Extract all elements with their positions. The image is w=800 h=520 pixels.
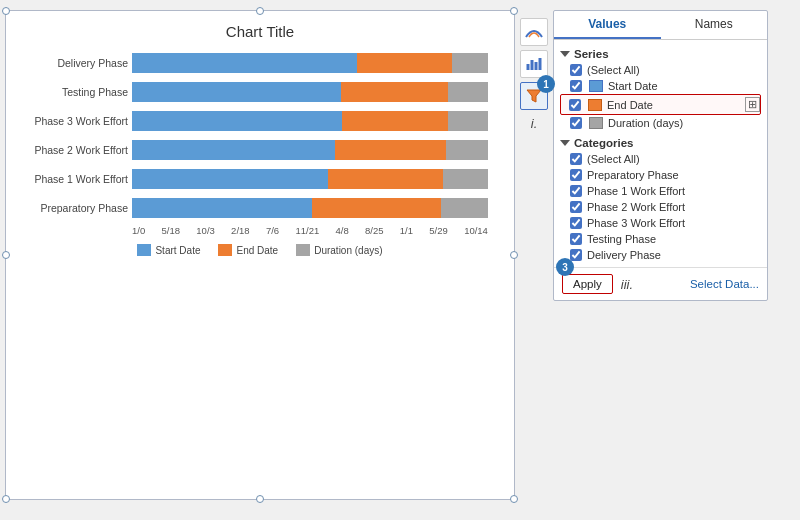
handle-tr[interactable] [510, 7, 518, 15]
handle-tm[interactable] [256, 7, 264, 15]
filters-button[interactable]: 1 [520, 82, 548, 110]
category-checkbox[interactable] [570, 185, 582, 197]
series-checkbox[interactable] [569, 99, 581, 111]
chart-area: Chart Title Delivery Phase Testing Phase… [5, 10, 515, 500]
category-checkbox[interactable] [570, 233, 582, 245]
xaxis-label: 8/25 [365, 225, 384, 236]
category-checkbox[interactable] [570, 169, 582, 181]
chart-title: Chart Title [22, 23, 498, 40]
category-label: (Select All) [587, 153, 640, 165]
series-checkbox[interactable] [570, 80, 582, 92]
bar-row: Phase 2 Work Effort [132, 139, 488, 161]
seg-blue [132, 198, 312, 218]
xaxis-label: 11/21 [295, 225, 319, 236]
category-checkbox[interactable] [570, 201, 582, 213]
series-checkbox[interactable] [570, 117, 582, 129]
apply-button[interactable]: Apply [562, 274, 613, 294]
categories-list: (Select All) Preparatory Phase Phase 1 W… [560, 151, 761, 263]
categories-section-header: Categories [560, 137, 761, 149]
category-row[interactable]: (Select All) [560, 151, 761, 167]
styles-button[interactable] [520, 50, 548, 78]
tab-values[interactable]: Values [554, 11, 661, 39]
bars-container: Delivery Phase Testing Phase Phase 3 Wor… [132, 52, 488, 219]
seg-orange [335, 140, 445, 160]
series-row[interactable]: (Select All) [560, 62, 761, 78]
seg-blue [132, 82, 341, 102]
bar-label: Phase 2 Work Effort [20, 144, 128, 156]
seg-blue [132, 111, 342, 131]
chart-legend: Start Date End Date Duration (days) [22, 244, 498, 256]
handle-bl[interactable] [2, 495, 10, 503]
series-checkbox[interactable] [570, 64, 582, 76]
x-axis: 1/05/1810/32/187/611/214/88/251/15/2910/… [132, 225, 488, 236]
category-row[interactable]: Preparatory Phase [560, 167, 761, 183]
category-label: Phase 1 Work Effort [587, 185, 685, 197]
seg-orange [341, 82, 447, 102]
category-checkbox[interactable] [570, 153, 582, 165]
svg-marker-4 [527, 90, 541, 102]
handle-mr[interactable] [510, 251, 518, 259]
series-color-icon [589, 117, 603, 129]
series-row[interactable]: Duration (days) [560, 115, 761, 131]
seg-blue [132, 53, 357, 73]
category-label: Testing Phase [587, 233, 656, 245]
xaxis-label: 2/18 [231, 225, 250, 236]
legend-item: End Date [218, 244, 278, 256]
bar-label: Phase 3 Work Effort [20, 115, 128, 127]
series-row[interactable]: End Date ⊞ [560, 94, 761, 115]
category-row[interactable]: Delivery Phase [560, 247, 761, 263]
category-checkbox[interactable] [570, 249, 582, 261]
seg-orange [328, 169, 444, 189]
series-row[interactable]: Start Date [560, 78, 761, 94]
handle-ml[interactable] [2, 251, 10, 259]
seg-blue [132, 140, 335, 160]
bar-label: Phase 1 Work Effort [20, 173, 128, 185]
legend-item: Duration (days) [296, 244, 382, 256]
bar-track [132, 53, 488, 73]
legend-item: Start Date [137, 244, 200, 256]
layout-button[interactable] [520, 18, 548, 46]
series-label: Start Date [608, 80, 658, 92]
category-row[interactable]: Phase 3 Work Effort [560, 215, 761, 231]
series-collapse-icon[interactable] [560, 51, 570, 57]
seg-orange [357, 53, 451, 73]
handle-tl[interactable] [2, 7, 10, 15]
db-icon: ⊞ [745, 97, 760, 112]
bar-track [132, 82, 488, 102]
seg-gray [441, 198, 488, 218]
bar-row: Preparatory Phase [132, 197, 488, 219]
select-data-link[interactable]: Select Data... [690, 278, 759, 290]
categories-section-label: Categories [574, 137, 633, 149]
series-color-icon [589, 80, 603, 92]
series-section-header: Series [560, 48, 761, 60]
category-label: Delivery Phase [587, 249, 661, 261]
category-row[interactable]: Testing Phase [560, 231, 761, 247]
bar-label: Preparatory Phase [20, 202, 128, 214]
xaxis-label: 5/29 [429, 225, 448, 236]
bar-row: Phase 1 Work Effort [132, 168, 488, 190]
label-i: i. [531, 116, 538, 131]
series-label: End Date [607, 99, 653, 111]
category-row[interactable]: Phase 2 Work Effort [560, 199, 761, 215]
xaxis-label: 4/8 [336, 225, 349, 236]
xaxis-label: 1/1 [400, 225, 413, 236]
xaxis-label: 7/6 [266, 225, 279, 236]
category-row[interactable]: Phase 1 Work Effort [560, 183, 761, 199]
category-checkbox[interactable] [570, 217, 582, 229]
handle-br[interactable] [510, 495, 518, 503]
bar-label: Delivery Phase [20, 57, 128, 69]
seg-orange [312, 198, 440, 218]
series-color-icon [588, 99, 602, 111]
chart-toolbar: 1 i. [515, 10, 553, 131]
series-label: Duration (days) [608, 117, 683, 129]
seg-gray [448, 82, 488, 102]
panel-tabs: Values Names [554, 11, 767, 40]
legend-color [218, 244, 232, 256]
panel-footer: 3 Apply iii. Select Data... [554, 267, 767, 300]
categories-collapse-icon[interactable] [560, 140, 570, 146]
xaxis-label: 5/18 [162, 225, 181, 236]
handle-bm[interactable] [256, 495, 264, 503]
seg-orange [342, 111, 449, 131]
tab-names[interactable]: Names [661, 11, 768, 39]
badge-1: 1 [537, 75, 555, 93]
